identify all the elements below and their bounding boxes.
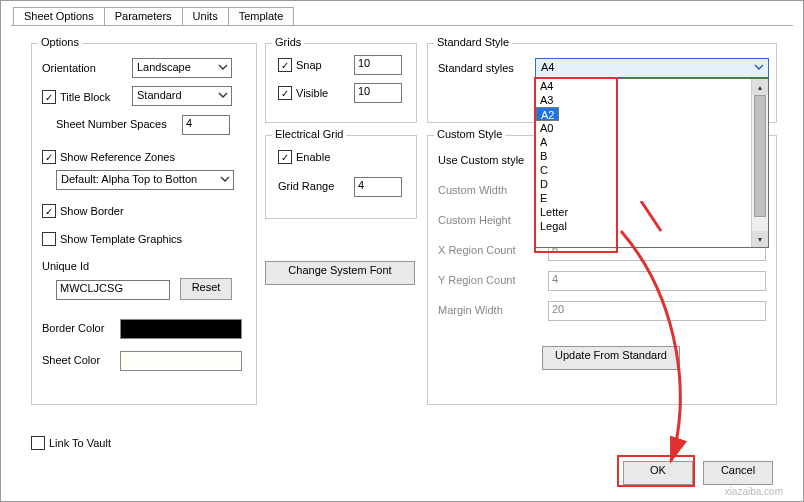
- title-block-checkbox[interactable]: ✓ Title Block: [42, 90, 110, 104]
- standard-styles-label: Standard styles: [438, 62, 514, 74]
- margin-width-input: 20: [548, 301, 766, 321]
- checkbox-icon: ✓: [278, 86, 292, 100]
- unique-id-label: Unique Id: [42, 260, 89, 272]
- group-stdstyle-legend: Standard Style: [434, 36, 512, 48]
- use-custom-style-label: Use Custom style: [438, 154, 524, 166]
- dropdown-option[interactable]: A: [536, 135, 752, 149]
- dropdown-option[interactable]: A3: [536, 93, 752, 107]
- enable-label: Enable: [296, 151, 330, 163]
- reset-button[interactable]: Reset: [180, 278, 232, 300]
- dropdown-option[interactable]: Letter: [536, 205, 752, 219]
- tab-parameters[interactable]: Parameters: [104, 7, 183, 25]
- checkbox-icon: [42, 232, 56, 246]
- watermark: xiazaiba.com: [725, 486, 783, 497]
- checkbox-icon: ✓: [42, 90, 56, 104]
- dropdown-option[interactable]: D: [536, 177, 752, 191]
- scroll-thumb[interactable]: [754, 95, 766, 217]
- dropdown-option[interactable]: A2: [536, 107, 559, 121]
- sheet-color-label: Sheet Color: [42, 354, 100, 366]
- dialog-sheet-options: Sheet Options Parameters Units Template …: [0, 0, 804, 502]
- ok-button[interactable]: OK: [623, 461, 693, 485]
- checkbox-icon: ✓: [278, 150, 292, 164]
- orientation-value: Landscape: [137, 61, 191, 73]
- tab-template[interactable]: Template: [228, 7, 295, 25]
- ref-zones-value: Default: Alpha Top to Botton: [61, 173, 197, 185]
- change-system-font-button[interactable]: Change System Font: [265, 261, 415, 285]
- group-grids: Grids ✓ Snap 10 ✓ Visible 10: [265, 43, 417, 123]
- link-to-vault-label: Link To Vault: [49, 437, 111, 449]
- enable-checkbox[interactable]: ✓ Enable: [278, 150, 330, 164]
- link-to-vault-checkbox[interactable]: Link To Vault: [31, 436, 111, 450]
- standard-styles-dropdown[interactable]: A4A3A2A1A0ABCDELetterLegal ▴ ▾: [535, 78, 769, 248]
- show-ref-zones-label: Show Reference Zones: [60, 151, 175, 163]
- group-custom-legend: Custom Style: [434, 128, 505, 140]
- unique-id-input[interactable]: MWCLJCSG: [56, 280, 170, 300]
- sheet-number-spaces-label: Sheet Number Spaces: [56, 118, 167, 130]
- margin-width-label: Margin Width: [438, 304, 503, 316]
- show-border-checkbox[interactable]: ✓ Show Border: [42, 204, 124, 218]
- tab-strip: Sheet Options Parameters Units Template: [13, 7, 293, 25]
- visible-checkbox[interactable]: ✓ Visible: [278, 86, 328, 100]
- visible-input[interactable]: 10: [354, 83, 402, 103]
- cancel-button[interactable]: Cancel: [703, 461, 773, 485]
- update-from-standard-button[interactable]: Update From Standard: [542, 346, 680, 370]
- dropdown-option[interactable]: C: [536, 163, 752, 177]
- sheet-color-swatch[interactable]: [120, 351, 242, 371]
- checkbox-icon: ✓: [278, 58, 292, 72]
- checkbox-icon: [31, 436, 45, 450]
- title-block-label: Title Block: [60, 91, 110, 103]
- custom-width-label: Custom Width: [438, 184, 507, 196]
- y-region-label: Y Region Count: [438, 274, 515, 286]
- border-color-label: Border Color: [42, 322, 104, 334]
- dropdown-option[interactable]: A1: [536, 107, 752, 121]
- group-electrical-grid: Electrical Grid ✓ Enable Grid Range 4: [265, 135, 417, 219]
- scroll-down-button[interactable]: ▾: [752, 231, 768, 247]
- grid-range-label: Grid Range: [278, 180, 334, 192]
- chevron-down-icon: [754, 62, 764, 74]
- show-ref-zones-checkbox[interactable]: ✓ Show Reference Zones: [42, 150, 175, 164]
- dropdown-option[interactable]: B: [536, 149, 752, 163]
- tab-content: Options Orientation Landscape ✓ Title Bl…: [13, 31, 791, 421]
- checkbox-icon: ✓: [42, 150, 56, 164]
- snap-input[interactable]: 10: [354, 55, 402, 75]
- checkbox-icon: ✓: [42, 204, 56, 218]
- dropdown-option[interactable]: A0: [536, 121, 752, 135]
- standard-styles-value: A4: [541, 61, 554, 73]
- ref-zones-select[interactable]: Default: Alpha Top to Botton: [56, 170, 234, 190]
- snap-label: Snap: [296, 59, 322, 71]
- group-options: Options Orientation Landscape ✓ Title Bl…: [31, 43, 257, 405]
- group-grids-legend: Grids: [272, 36, 304, 48]
- tab-units[interactable]: Units: [182, 7, 229, 25]
- tab-sheet-options[interactable]: Sheet Options: [13, 7, 105, 25]
- show-template-graphics-checkbox[interactable]: Show Template Graphics: [42, 232, 182, 246]
- show-template-graphics-label: Show Template Graphics: [60, 233, 182, 245]
- dropdown-scrollbar[interactable]: ▴ ▾: [751, 79, 768, 247]
- tab-underline: [11, 25, 793, 26]
- group-options-legend: Options: [38, 36, 82, 48]
- visible-label: Visible: [296, 87, 328, 99]
- chevron-down-icon: [218, 62, 228, 74]
- orientation-label: Orientation: [42, 62, 96, 74]
- standard-styles-select[interactable]: A4: [535, 58, 769, 78]
- y-region-input: 4: [548, 271, 766, 291]
- custom-height-label: Custom Height: [438, 214, 511, 226]
- chevron-down-icon: [220, 174, 230, 186]
- sheet-number-spaces-input[interactable]: 4: [182, 115, 230, 135]
- dropdown-option[interactable]: A4: [536, 79, 752, 93]
- scroll-up-button[interactable]: ▴: [752, 79, 768, 95]
- group-elecgrid-legend: Electrical Grid: [272, 128, 346, 140]
- title-block-value: Standard: [137, 89, 182, 101]
- border-color-swatch[interactable]: [120, 319, 242, 339]
- title-block-select[interactable]: Standard: [132, 86, 232, 106]
- dropdown-option[interactable]: E: [536, 191, 752, 205]
- orientation-select[interactable]: Landscape: [132, 58, 232, 78]
- x-region-label: X Region Count: [438, 244, 516, 256]
- show-border-label: Show Border: [60, 205, 124, 217]
- chevron-down-icon: [218, 90, 228, 102]
- dropdown-option[interactable]: Legal: [536, 219, 752, 233]
- snap-checkbox[interactable]: ✓ Snap: [278, 58, 322, 72]
- grid-range-input[interactable]: 4: [354, 177, 402, 197]
